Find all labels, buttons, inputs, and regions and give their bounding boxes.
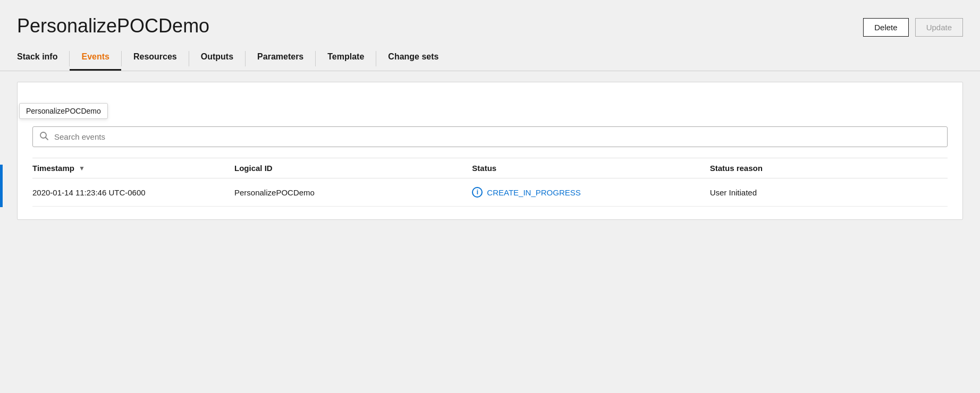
- delete-button[interactable]: Delete: [863, 18, 908, 37]
- events-panel: PersonalizePOCDemo Events (1): [17, 82, 963, 220]
- search-icon: [39, 131, 49, 142]
- svg-line-1: [46, 138, 48, 140]
- tab-parameters[interactable]: Parameters: [246, 47, 315, 71]
- col-status: Status: [472, 164, 709, 173]
- sort-icon[interactable]: ▼: [79, 165, 85, 172]
- tooltip-popup: PersonalizePOCDemo: [19, 103, 108, 119]
- cell-timestamp: 2020-01-14 11:23:46 UTC-0600: [32, 188, 234, 197]
- table-row: 2020-01-14 11:23:46 UTC-0600 Personalize…: [32, 178, 948, 207]
- left-accent-bar: [0, 165, 3, 207]
- tab-outputs[interactable]: Outputs: [189, 47, 245, 71]
- tab-events[interactable]: Events: [70, 47, 121, 71]
- tab-stack-info[interactable]: Stack info: [17, 47, 69, 71]
- cell-status: i CREATE_IN_PROGRESS: [472, 187, 709, 198]
- tab-change-sets[interactable]: Change sets: [376, 47, 450, 71]
- search-box: [32, 126, 948, 147]
- col-logical-id: Logical ID: [234, 164, 472, 173]
- page-header: PersonalizePOCDemo Delete Update: [0, 0, 980, 37]
- panel-title: Events (1): [32, 104, 948, 116]
- col-status-reason: Status reason: [710, 164, 948, 173]
- col-timestamp: Timestamp ▼: [32, 164, 234, 173]
- table-header: Timestamp ▼ Logical ID Status Status rea…: [32, 158, 948, 178]
- cell-logical-id: PersonalizePOCDemo: [234, 188, 472, 197]
- update-button[interactable]: Update: [915, 18, 963, 37]
- search-input[interactable]: [54, 132, 941, 141]
- tab-resources[interactable]: Resources: [122, 47, 189, 71]
- status-link[interactable]: i CREATE_IN_PROGRESS: [472, 187, 709, 198]
- tab-template[interactable]: Template: [316, 47, 376, 71]
- content-area: PersonalizePOCDemo Events (1): [0, 82, 980, 220]
- tabs-bar: Stack info Events Resources Outputs Para…: [0, 37, 980, 71]
- header-actions: Delete Update: [863, 15, 963, 37]
- info-icon: i: [472, 187, 483, 198]
- cell-status-reason: User Initiated: [710, 188, 948, 197]
- page-title: PersonalizePOCDemo: [17, 15, 209, 37]
